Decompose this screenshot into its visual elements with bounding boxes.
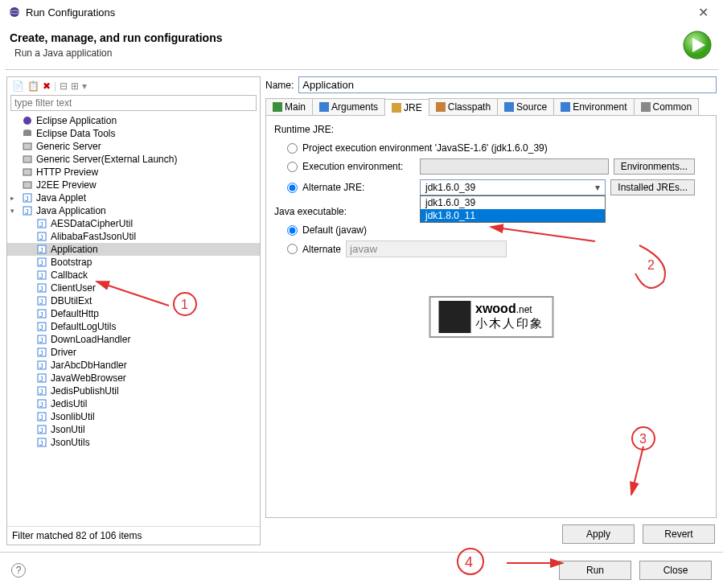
jre-option[interactable]: jdk1.6.0_39 bbox=[421, 196, 605, 209]
svg-text:J: J bbox=[39, 285, 43, 293]
svg-text:J: J bbox=[39, 375, 43, 383]
tree-item[interactable]: JClientUser bbox=[7, 282, 260, 294]
expand-icon[interactable]: ⊞ bbox=[71, 80, 79, 92]
default-exec-radio[interactable] bbox=[287, 225, 298, 236]
svg-text:J: J bbox=[39, 298, 43, 306]
svg-text:J: J bbox=[39, 323, 43, 331]
close-button[interactable]: Close bbox=[639, 561, 712, 580]
tree-item[interactable]: JDefaultHttp bbox=[7, 307, 260, 320]
name-label: Name: bbox=[265, 80, 294, 91]
svg-text:J: J bbox=[39, 413, 43, 421]
alternate-jre-radio[interactable] bbox=[287, 183, 298, 193]
tree-item[interactable]: JDefaultLogUtils bbox=[7, 320, 260, 333]
apply-button[interactable]: Apply bbox=[562, 524, 635, 544]
filter-menu-icon[interactable]: ▾ bbox=[82, 80, 87, 92]
tab-jre[interactable]: JRE bbox=[384, 99, 429, 116]
help-icon[interactable]: ? bbox=[11, 563, 26, 578]
tree-item[interactable]: JJedisUtil bbox=[7, 397, 260, 410]
header-subtitle: Run a Java application bbox=[10, 47, 681, 59]
alternate-exec-label: Alternate bbox=[302, 244, 341, 255]
tab-main[interactable]: Main bbox=[265, 98, 313, 115]
tree-item[interactable]: J2EE Preview bbox=[7, 179, 260, 191]
tree-item[interactable]: ▸JJava Applet bbox=[7, 191, 260, 204]
tree-item[interactable]: HTTP Preview bbox=[7, 166, 260, 179]
tree-item[interactable]: Generic Server(External Launch) bbox=[7, 153, 260, 166]
tree-item[interactable]: JDBUtilExt bbox=[7, 294, 260, 307]
installed-jres-button[interactable]: Installed JREs... bbox=[610, 179, 695, 195]
tree-item[interactable]: JDriver bbox=[7, 346, 260, 359]
tree-item[interactable]: JDownLoadHandler bbox=[7, 333, 260, 346]
tree-item[interactable]: Eclipse Application bbox=[7, 114, 260, 127]
delete-icon[interactable]: ✖ bbox=[43, 80, 51, 92]
alternate-jre-label: Alternate JRE: bbox=[302, 182, 415, 193]
arguments-tab-icon bbox=[319, 102, 329, 112]
tree-item[interactable]: Generic Server bbox=[7, 140, 260, 153]
config-tree[interactable]: Eclipse ApplicationEclipse Data ToolsGen… bbox=[7, 111, 260, 526]
svg-rect-52 bbox=[392, 103, 401, 113]
name-input[interactable] bbox=[298, 76, 717, 93]
tree-item[interactable]: JJsonlibUtil bbox=[7, 410, 260, 423]
exec-env-radio[interactable] bbox=[287, 162, 298, 172]
svg-point-3 bbox=[23, 117, 31, 125]
source-tab-icon bbox=[504, 102, 514, 112]
svg-rect-56 bbox=[641, 102, 651, 112]
alternate-exec-radio[interactable] bbox=[287, 244, 298, 254]
svg-rect-55 bbox=[561, 102, 570, 112]
jre-option[interactable]: jdk1.8.0_11 bbox=[421, 209, 605, 222]
close-icon[interactable]: ✕ bbox=[692, 5, 715, 20]
tree-item[interactable]: JJarAbcDbHandler bbox=[7, 359, 260, 372]
svg-text:J: J bbox=[39, 272, 43, 280]
collapse-icon[interactable]: ⊟ bbox=[60, 80, 68, 92]
header-title: Create, manage, and run configurations bbox=[10, 31, 681, 44]
svg-rect-5 bbox=[23, 131, 31, 136]
svg-text:J: J bbox=[39, 310, 43, 319]
eclipse-icon bbox=[8, 6, 21, 19]
tree-item[interactable]: JAlibabaFastJsonUtil bbox=[7, 230, 260, 243]
project-exec-radio[interactable] bbox=[287, 143, 298, 154]
duplicate-icon[interactable]: 📋 bbox=[27, 80, 39, 92]
tab-arguments[interactable]: Arguments bbox=[312, 98, 385, 115]
chevron-down-icon: ▾ bbox=[595, 182, 600, 193]
run-button[interactable]: Run bbox=[559, 561, 631, 580]
tree-item[interactable]: JApplication bbox=[7, 243, 260, 256]
svg-text:J: J bbox=[39, 349, 43, 357]
svg-rect-7 bbox=[23, 156, 31, 162]
tree-item[interactable]: ▾JJava Application bbox=[7, 204, 260, 217]
right-panel: Name: MainArgumentsJREClasspathSourceEnv… bbox=[265, 76, 717, 545]
svg-text:J: J bbox=[39, 233, 43, 241]
tree-item[interactable]: JJsonUtils bbox=[7, 436, 260, 449]
filter-input[interactable] bbox=[10, 95, 257, 111]
tree-item[interactable]: JBootstrap bbox=[7, 256, 260, 269]
tree-item[interactable]: JAESDataCipherUtil bbox=[7, 217, 260, 230]
svg-rect-54 bbox=[504, 102, 514, 112]
robot-icon bbox=[438, 301, 470, 333]
run-large-icon bbox=[681, 29, 713, 61]
new-config-icon[interactable]: 📄 bbox=[12, 80, 24, 92]
filter-status: Filter matched 82 of 106 items bbox=[7, 526, 260, 545]
tree-item[interactable]: JJavaWebBrowser bbox=[7, 372, 260, 384]
tab-environment[interactable]: Environment bbox=[553, 98, 634, 115]
alternate-jre-list[interactable]: jdk1.6.0_39jdk1.8.0_11 bbox=[420, 195, 606, 223]
exec-env-select[interactable] bbox=[420, 158, 609, 175]
tab-common[interactable]: Common bbox=[634, 98, 700, 115]
svg-rect-51 bbox=[319, 102, 329, 112]
tree-item[interactable]: JJedisPublishUtil bbox=[7, 384, 260, 397]
environments-button[interactable]: Environments... bbox=[614, 158, 695, 175]
alternate-exec-input[interactable] bbox=[346, 241, 507, 257]
svg-rect-50 bbox=[273, 102, 282, 112]
tab-source[interactable]: Source bbox=[497, 98, 554, 115]
svg-text:J: J bbox=[39, 426, 43, 434]
left-toolbar: 📄 📋 ✖ | ⊟ ⊞ ▾ bbox=[7, 77, 260, 95]
classpath-tab-icon bbox=[436, 102, 446, 112]
tree-item[interactable]: Eclipse Data Tools bbox=[7, 127, 260, 140]
tab-classpath[interactable]: Classpath bbox=[429, 98, 498, 115]
runtime-jre-label: Runtime JRE: bbox=[274, 124, 708, 135]
window-title: Run Configurations bbox=[26, 6, 692, 19]
tree-item[interactable]: JJsonUtil bbox=[7, 423, 260, 436]
svg-rect-53 bbox=[436, 102, 446, 112]
alternate-jre-dropdown[interactable]: jdk1.6.0_39 ▾ jdk1.6.0_39jdk1.8.0_11 bbox=[420, 179, 606, 195]
tree-item[interactable]: JCallback bbox=[7, 269, 260, 282]
jre-tab-icon bbox=[392, 103, 401, 113]
revert-button[interactable]: Revert bbox=[643, 524, 715, 544]
default-exec-label: Default (javaw) bbox=[302, 224, 367, 236]
